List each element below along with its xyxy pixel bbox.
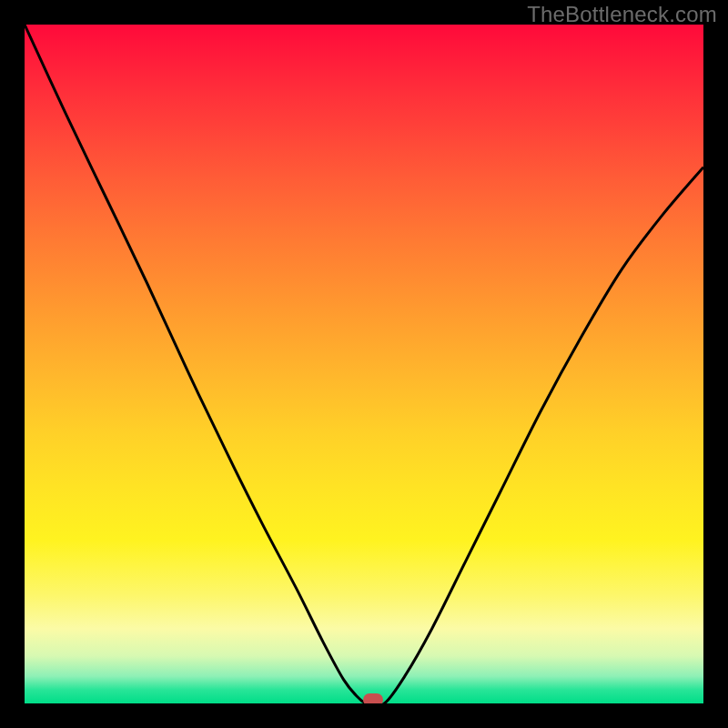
minimum-marker	[363, 693, 383, 703]
watermark-text: TheBottleneck.com	[527, 2, 717, 27]
curve-svg	[25, 25, 703, 703]
chart-frame: TheBottleneck.com	[0, 0, 728, 728]
bottleneck-curve	[25, 25, 703, 703]
plot-area	[25, 25, 703, 703]
